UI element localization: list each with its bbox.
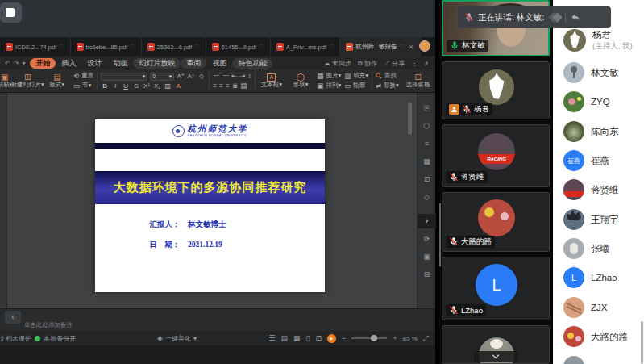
slide-presenter-block[interactable]: 汇报人： 林文敏博士 日 期： 2021.12.19	[95, 220, 325, 260]
collapse-panel-button[interactable]: ‹	[5, 311, 21, 324]
local-backup-status[interactable]: 本地备份开	[44, 334, 76, 343]
video-list-scrollbar[interactable]	[439, 203, 441, 266]
ribbon-tab-home[interactable]: 开始	[30, 58, 56, 69]
underline-button[interactable]: U	[122, 82, 130, 90]
participant-row[interactable]: ZJX	[563, 297, 607, 318]
font-color-button[interactable]: A	[174, 82, 182, 90]
participant-row[interactable]: 大路的路	[563, 326, 628, 347]
sync-status-button[interactable]: ☁ 未同步	[324, 59, 351, 68]
numbered-list-icon[interactable]: ≕	[222, 72, 230, 80]
align-right-icon[interactable]: ≡	[226, 82, 230, 90]
zoom-percent[interactable]: 85 %	[403, 335, 418, 342]
font-family-combobox[interactable]: ▾	[101, 73, 147, 81]
align-center-icon[interactable]: ≡	[219, 82, 223, 90]
beautify-button[interactable]: ◈ 一键美化▾	[157, 334, 197, 343]
pane-icon-1[interactable]: ⎘	[418, 104, 436, 113]
participant-row[interactable]: 王翔宇	[563, 209, 619, 230]
section-button[interactable]: ▭节▾	[73, 82, 93, 90]
share-button[interactable]: ↗ 分享	[384, 59, 405, 68]
outline-view-icon[interactable]: ☰	[268, 334, 275, 342]
scroll-more-videos-button[interactable]	[474, 351, 517, 362]
selection-pane-button[interactable]: ⊡ 选择窗格	[402, 73, 434, 88]
close-tab-icon[interactable]: ✕	[409, 44, 414, 51]
pane-icon-6[interactable]: ◇	[418, 193, 436, 201]
zoom-out-icon[interactable]: −	[342, 334, 346, 342]
video-tile[interactable]: L LZhao	[442, 257, 550, 320]
new-slide-button[interactable]: ⊞ 新建幻灯片▾	[15, 73, 41, 88]
find-button[interactable]: 查找	[376, 72, 399, 80]
replace-button[interactable]: ⇄替换▾	[376, 82, 399, 90]
italic-button[interactable]: I	[111, 82, 119, 90]
video-tile[interactable]: 大路的路	[442, 192, 550, 252]
ribbon-tab-insert[interactable]: 插入	[56, 58, 81, 69]
subscript-button[interactable]: X₂	[153, 82, 161, 90]
ribbon-tab-review[interactable]: 审阅	[181, 58, 206, 69]
ribbon-tab-design[interactable]: 设计	[81, 58, 107, 69]
zoom-slider-knob[interactable]	[371, 335, 377, 341]
slide-layout-button[interactable]: ▤ 版式▾	[44, 73, 70, 88]
notes-pane[interactable]: ‹ 单击此处添加备注	[0, 308, 435, 331]
reset-button[interactable]: ⟲重置	[73, 72, 93, 80]
video-tile-partial[interactable]	[442, 325, 550, 364]
clear-format-icon[interactable]: ◇	[197, 73, 206, 80]
align-left-icon[interactable]: ≡	[213, 82, 217, 90]
outline-button[interactable]: ▭轮廓	[344, 82, 368, 90]
favorite-icon[interactable]: ♡	[329, 44, 334, 50]
reading-view-icon[interactable]: ▯	[306, 334, 310, 342]
shapes-button[interactable]: 形状▾	[288, 73, 314, 88]
font-size-combobox[interactable]: 0▾	[150, 73, 174, 81]
textbox-button[interactable]: A 文本框▾	[259, 73, 285, 88]
tab-document-active[interactable]: 杭州师...敏报告 ♡ ✕	[340, 37, 420, 56]
pane-icon-9[interactable]: ⊟	[418, 270, 436, 278]
slide-canvas[interactable]: 杭州师范大学 HANGZHOU NORMAL UNIVERSITY 大数据环境下…	[95, 119, 325, 292]
expand-pane-button[interactable]: ›	[418, 214, 436, 228]
ribbon-tab-view[interactable]: 视图	[206, 58, 232, 69]
increase-indent-icon[interactable]: ⇥	[239, 72, 245, 80]
participant-row[interactable]: ZYQ	[563, 91, 610, 112]
decrease-indent-icon[interactable]: ⇤	[231, 72, 237, 80]
tab-document-1[interactable]: ICDE.2...74.pdf ♡	[0, 37, 71, 56]
ribbon-tab-slideshow[interactable]: 幻灯片放映	[133, 58, 181, 69]
paste-button[interactable]: ▣ 粘贴▾	[0, 73, 11, 88]
fill-button[interactable]: ▨填充▾	[344, 72, 368, 80]
shrink-font-icon[interactable]: A⁻	[187, 73, 195, 80]
insert-picture-button[interactable]: ▦图片▾	[317, 72, 341, 80]
tab-document-5[interactable]: A_Priv...ms.pdf ♡	[271, 37, 341, 56]
speaking-banner[interactable]: 正在讲话: 林文敏:	[458, 6, 611, 28]
participant-row[interactable]: 林文敏	[563, 62, 619, 83]
pane-icon-7[interactable]: ⟳	[418, 235, 436, 243]
zoom-in-icon[interactable]: +	[393, 334, 397, 342]
favorite-icon[interactable]: ♡	[130, 44, 135, 50]
tab-document-4[interactable]: 61455...9.pdf ♡	[206, 37, 271, 56]
redo-icon[interactable]: ↷	[14, 60, 19, 67]
play-slideshow-button[interactable]: ▶	[327, 334, 336, 343]
participant-row[interactable]: 蒋贤维	[563, 179, 619, 200]
participant-list-scrollbar[interactable]	[641, 321, 643, 364]
favorite-icon[interactable]: ♡	[194, 44, 199, 50]
more-options-icon[interactable]: ⋮	[411, 60, 418, 67]
participant-row-partial[interactable]	[563, 356, 591, 364]
tab-document-2[interactable]: bc6ebe...85.pdf ♡	[71, 37, 142, 56]
slideshow-view-icon[interactable]: ⊡	[315, 334, 322, 342]
participant-row[interactable]: 张曦	[563, 238, 609, 259]
superscript-button[interactable]: X¹	[143, 82, 151, 90]
justify-icon[interactable]: ≣	[232, 82, 238, 90]
participant-row[interactable]: L LZhao	[563, 267, 617, 288]
pane-icon-5[interactable]: ⊡	[418, 175, 436, 183]
video-tile[interactable]: RACING 蒋贤维	[442, 124, 550, 187]
slide-title-band[interactable]: 大数据环境下的多源协同推荐研究	[95, 171, 325, 204]
favorite-icon[interactable]: ♡	[59, 44, 64, 50]
line-spacing-icon[interactable]: ↕	[247, 72, 251, 80]
editor-scrollbar[interactable]	[408, 103, 412, 135]
bullet-list-icon[interactable]: ≔	[213, 72, 220, 80]
floating-window-widget[interactable]	[0, 2, 22, 23]
favorite-icon[interactable]: ♡	[400, 44, 405, 50]
bold-button[interactable]: B	[101, 82, 109, 90]
normal-view-icon[interactable]: ▤	[281, 334, 289, 342]
account-avatar[interactable]	[419, 40, 430, 52]
grow-font-icon[interactable]: A⁺	[177, 73, 185, 80]
ribbon-tab-features[interactable]: 特色功能	[232, 58, 272, 69]
video-tile[interactable]: 杨君	[442, 61, 550, 119]
distribute-icon[interactable]: ▤	[240, 82, 247, 90]
strikethrough-button[interactable]: S	[132, 82, 140, 90]
